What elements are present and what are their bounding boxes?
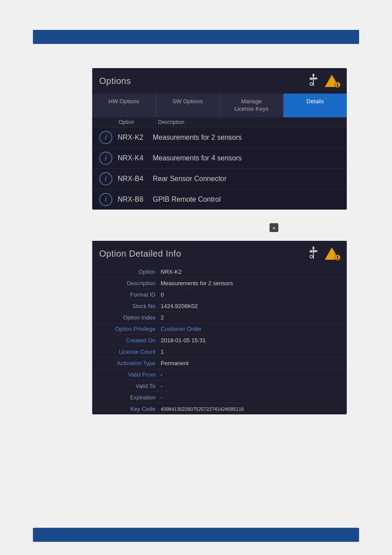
tab-hw-options[interactable]: HW Options (92, 94, 156, 117)
option-code-1: NRX-K4 (118, 154, 153, 162)
detail-label-activation-type: Activation Type (99, 360, 161, 366)
option-desc-2: Rear Sensor Connector (153, 175, 227, 183)
svg-rect-1 (313, 76, 314, 84)
detail-value-expiration: - (161, 394, 162, 401)
detail-label-description: Description (99, 280, 161, 287)
detail-value-stock-no: 1424.9208K02 (161, 303, 198, 309)
detail-row-created-on: Created On 2018-01-05 15:31 (92, 335, 347, 346)
option-desc-0: Measurements for 2 sensors (153, 134, 242, 141)
warn-badge: 1 (334, 82, 341, 88)
detail-label-valid-to: Valid To (99, 383, 161, 389)
scroll-indicator[interactable]: ■ (270, 223, 278, 232)
detail-label-format-id: Format ID (99, 291, 161, 298)
option-row-3[interactable]: i NRX-B8 GPIB Remote Control (92, 189, 347, 210)
detail-label-valid-from: Valid From (99, 371, 161, 378)
detail-label-created-on: Created On (99, 337, 161, 344)
detail-value-activation-type: Permanent (161, 360, 189, 366)
detail-row-option-index: Option Index 2 (92, 312, 347, 323)
header-icons: 1 (306, 73, 340, 89)
detail-label-license-count: License Count (99, 348, 161, 355)
detail-label-key-code: Key Code (99, 406, 161, 412)
option-code-3: NRX-B8 (118, 196, 153, 203)
info-icon-1[interactable]: i (99, 152, 112, 165)
options-panel: Options 1 HW Options SW Options (92, 68, 347, 210)
svg-rect-8 (313, 249, 314, 257)
top-bar (33, 30, 359, 44)
tab-details[interactable]: Details (284, 94, 347, 117)
option-code-2: NRX-B4 (118, 175, 153, 183)
option-code-0: NRX-K2 (118, 134, 153, 141)
col-header-description: Description (158, 119, 184, 125)
detail-label-option-privilege: Option Privilege (99, 326, 161, 332)
svg-point-12 (310, 255, 313, 258)
detail-value-license-count: 1 (161, 348, 164, 355)
option-row-2[interactable]: i NRX-B4 Rear Sensor Connector (92, 169, 347, 189)
detail-usb-icon (306, 245, 320, 262)
svg-rect-13 (313, 256, 314, 259)
detail-row-valid-to: Valid To - (92, 381, 347, 392)
detail-value-valid-from: - (161, 371, 162, 378)
detail-label-expiration: Expiration (99, 394, 161, 401)
tab-bar: HW Options SW Options ManageLicense Keys… (92, 94, 347, 117)
detail-value-key-code: 4398413022607525722741424095116 (161, 406, 244, 412)
col-header-option: Option (119, 119, 158, 125)
info-icon-0[interactable]: i (99, 131, 112, 144)
detail-value-option-privilege: Customer Order (161, 326, 201, 332)
option-desc-1: Measurements for 4 sensors (153, 154, 242, 162)
svg-point-5 (310, 83, 313, 85)
usb-icon (306, 73, 320, 89)
detail-panel-title: Option Detailed Info (99, 249, 181, 259)
detail-warn-icon: 1 (324, 246, 340, 261)
detail-row-key-code: Key Code 4398413022607525722741424095116 (92, 403, 347, 414)
detail-value-description: Measurements for 2 sensors (161, 280, 233, 287)
detail-label-stock-no: Stock No (99, 303, 161, 309)
options-panel-title: Options (99, 76, 131, 86)
tab-manage-license-keys[interactable]: ManageLicense Keys (220, 94, 284, 117)
option-desc-3: GPIB Remote Control (153, 196, 221, 203)
detail-table: Option NRX-K2 Description Measurements f… (92, 266, 347, 414)
column-header: Option Description (92, 117, 347, 127)
warn-icon: 1 (324, 73, 340, 89)
tab-sw-options[interactable]: SW Options (156, 94, 219, 117)
detail-value-option-index: 2 (161, 314, 164, 321)
info-icon-2[interactable]: i (99, 172, 112, 185)
detail-header-icons: 1 (306, 245, 340, 262)
detail-row-valid-from: Valid From - (92, 369, 347, 381)
detail-panel-header: Option Detailed Info 1 (92, 241, 347, 266)
svg-rect-6 (313, 83, 314, 86)
detail-row-stock-no: Stock No 1424.9208K02 (92, 301, 347, 312)
option-row-0[interactable]: i NRX-K2 Measurements for 2 sensors (92, 127, 347, 148)
detail-panel: Option Detailed Info 1 Option (92, 241, 347, 414)
detail-label-option: Option (99, 268, 161, 275)
detail-row-format-id: Format ID 0 (92, 289, 347, 301)
detail-row-option: Option NRX-K2 (92, 266, 347, 278)
option-row-1[interactable]: i NRX-K4 Measurements for 4 sensors (92, 148, 347, 169)
detail-warn-badge: 1 (334, 254, 341, 261)
detail-row-license-count: License Count 1 (92, 346, 347, 358)
options-panel-header: Options 1 (92, 68, 347, 94)
detail-row-description: Description Measurements for 2 sensors (92, 278, 347, 289)
detail-label-option-index: Option Index (99, 314, 161, 321)
detail-row-activation-type: Activation Type Permanent (92, 358, 347, 369)
info-icon-3[interactable]: i (99, 193, 112, 206)
detail-row-expiration: Expiration - (92, 392, 347, 403)
bottom-bar (33, 528, 359, 542)
detail-row-option-privilege: Option Privilege Customer Order (92, 323, 347, 335)
detail-value-created-on: 2018-01-05 15:31 (161, 337, 206, 344)
detail-value-option: NRX-K2 (161, 268, 182, 275)
detail-value-valid-to: - (161, 383, 162, 389)
detail-value-format-id: 0 (161, 291, 164, 298)
